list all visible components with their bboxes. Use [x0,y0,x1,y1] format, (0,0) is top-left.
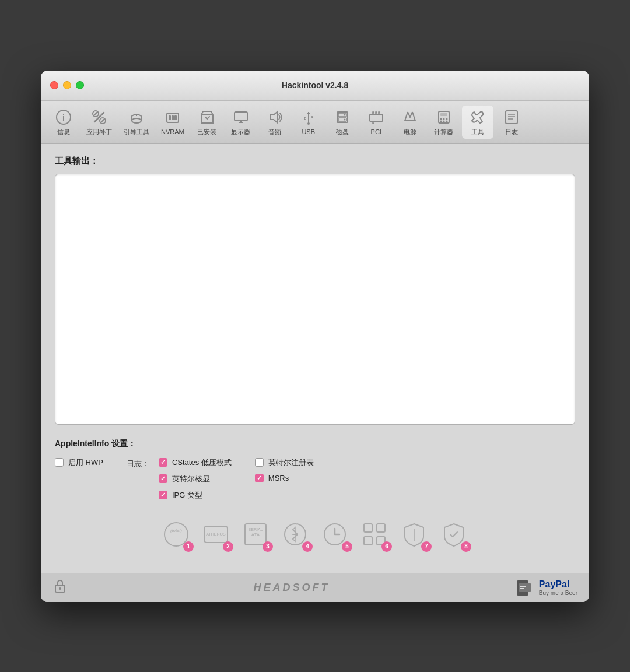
toolbar-item-boot[interactable]: 引导工具 [119,106,154,139]
checkbox-item-3[interactable]: 英特尔注册表 [255,457,314,468]
log-col-2: 英特尔注册表 MSRs [255,457,314,501]
settings-title: AppleIntelInfo 设置： [55,439,575,449]
toolbar-item-info[interactable]: i 信息 [48,106,79,139]
bottom-icons: (intel) 1 ATHEROS 2 [55,512,575,561]
toolbar-label-audio: 音频 [268,128,281,136]
pci-icon [367,108,386,127]
lock-icon [52,578,68,597]
patch-icon [90,108,108,127]
toolbar-item-patch[interactable]: 应用补丁 [82,106,117,139]
svg-rect-19 [440,113,447,116]
svg-point-16 [344,118,345,120]
toolbar-item-audio[interactable]: 音频 [259,106,290,139]
toolbar-item-calc[interactable]: 计算器 [428,106,460,139]
footer: HEADSOFT PayPal Buy me a Beer [41,573,589,602]
toolbar-item-disk[interactable]: 磁盘 [327,106,358,139]
nvram-icon [163,108,182,127]
toolbar-item-nvram[interactable]: NVRAM [156,106,189,138]
toolbar-label-log: 日志 [505,128,518,136]
checkbox-item-4[interactable]: MSRs [255,474,314,482]
usb-icon [299,108,318,127]
toolbar-item-pci[interactable]: PCI [360,106,392,138]
grid-badge: 6 [382,541,392,552]
toolbar-label-patch: 应用补丁 [86,128,112,136]
bottom-icon-intel[interactable]: (intel) 1 [161,519,191,550]
paypal-logo: PayPal [539,579,578,590]
checkbox-item-0[interactable]: CStates 低压模式 [159,457,232,468]
close-button[interactable] [50,81,58,89]
svg-point-23 [440,120,442,122]
minimize-button[interactable] [63,81,71,89]
toolbar-item-log[interactable]: 日志 [496,106,527,139]
hwp-checkbox[interactable] [55,458,64,467]
maximize-button[interactable] [76,81,84,89]
svg-text:SERIAL: SERIAL [249,527,263,531]
paypal-button[interactable]: PayPal Buy me a Beer [516,578,578,597]
power-icon [401,108,419,127]
toolbar-label-usb: USB [302,128,315,135]
log-label: 日志： [127,457,149,469]
checkbox-item-1[interactable]: 英特尔核显 [159,474,232,484]
checkbox-item-2[interactable]: IPG 类型 [159,490,232,501]
toolbar-item-power[interactable]: 电源 [394,106,426,139]
bottom-icon-grid[interactable]: 6 [359,519,390,550]
toolbar: i 信息 应用补丁 引导工具 NVRAM [41,101,589,144]
output-box[interactable] [55,174,575,425]
toolbar-label-power: 电源 [404,128,416,136]
bottom-icon-shield2[interactable]: 8 [439,519,469,550]
svg-point-44 [59,587,61,590]
bottom-icon-bluetooth[interactable]: 4 [280,519,310,550]
svg-text:ATHEROS: ATHEROS [206,532,226,536]
bottom-icon-sata[interactable]: SERIAL ATA 3 [240,519,271,550]
toolbar-item-installed[interactable]: 已安装 [191,106,223,139]
paypal-sub: Buy me a Beer [539,590,578,596]
main-content: 工具输出： AppleIntelInfo 设置： 启用 HWP 日志： [41,144,589,573]
log-col-1: CStates 低压模式 英特尔核显 IPG 类型 [159,457,232,501]
svg-point-25 [446,120,447,122]
toolbar-label-tools: 工具 [471,128,484,136]
audio-icon [265,108,284,127]
msrs-label: MSRs [268,474,289,482]
settings-section: AppleIntelInfo 设置： 启用 HWP 日志： CStates 低压… [55,439,575,501]
toolbar-label-installed: 已安装 [197,128,216,136]
paypal-text: PayPal Buy me a Beer [539,579,578,596]
calc-icon [435,108,453,127]
ipg-checkbox[interactable] [159,491,167,499]
svg-rect-9 [235,112,247,121]
intel-badge: 1 [183,541,194,552]
boot-icon [127,108,146,127]
atheros-badge: 2 [223,541,233,552]
svg-rect-8 [174,116,177,120]
installed-icon [198,108,216,127]
app-window: Hackintool v2.4.8 i 信息 应用补丁 引导工具 [41,71,589,602]
cstates-checkbox[interactable] [159,458,167,467]
info-icon: i [54,108,73,127]
hwp-label: 启用 HWP [68,457,103,468]
brand-label: HEADSOFT [253,582,330,594]
toolbar-item-display[interactable]: 显示器 [225,106,257,139]
ipg-label: IPG 类型 [172,490,202,501]
svg-rect-26 [506,111,517,124]
toolbar-item-usb[interactable]: USB [293,106,324,138]
intel-igpu-label: 英特尔核显 [172,474,210,484]
hwp-checkbox-item[interactable]: 启用 HWP [55,457,103,468]
titlebar: Hackintool v2.4.8 [41,71,589,101]
svg-text:(intel): (intel) [170,528,182,533]
bottom-icon-clock[interactable]: 5 [320,519,350,550]
toolbar-item-tools[interactable]: 工具 [462,106,494,139]
svg-point-15 [344,114,345,116]
shield2-badge: 8 [461,541,471,552]
svg-marker-10 [270,112,277,123]
intel-reg-checkbox[interactable] [255,458,264,467]
intel-igpu-checkbox[interactable] [159,474,167,483]
bottom-icon-atheros[interactable]: ATHEROS 2 [201,519,231,550]
svg-rect-41 [364,537,372,545]
bottom-icon-shield1[interactable]: 7 [399,519,429,550]
svg-rect-39 [364,524,372,532]
msrs-checkbox[interactable] [255,474,264,482]
svg-rect-46 [519,583,531,592]
svg-point-4 [132,118,141,123]
svg-point-11 [307,123,310,125]
output-label: 工具输出： [55,156,575,167]
svg-text:ATA: ATA [251,532,260,537]
